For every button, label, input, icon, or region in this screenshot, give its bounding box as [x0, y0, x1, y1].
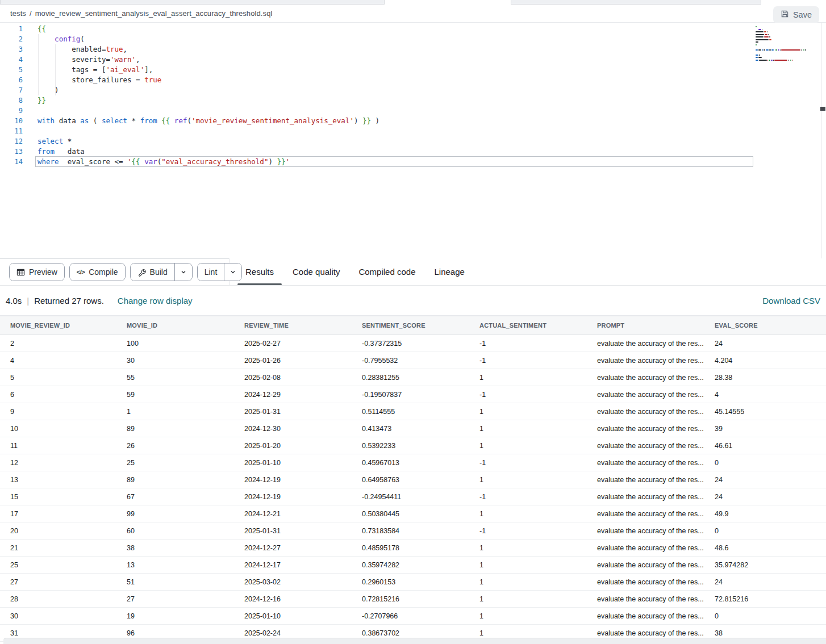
prompt-cell: evaluate the accuracy of the res... [587, 544, 704, 552]
editor-minimap[interactable] [756, 26, 812, 62]
table-cell: 59 [116, 391, 234, 399]
code-lines: {{ config( enabled=true, severity='warn'… [37, 24, 758, 167]
column-header-prompt: PROMPT [587, 322, 704, 329]
table-body: 21002025-02-27-0.37372315-1evaluate the … [0, 335, 826, 642]
prompt-preview-text: evaluate the accuracy of the res... [597, 442, 704, 450]
table-cell: 25 [0, 561, 116, 569]
line-number: 9 [0, 106, 23, 116]
table-cell: -1 [469, 493, 587, 501]
save-button-label: Save [793, 10, 812, 19]
returned-rows-message: Returned 27 rows. [34, 296, 104, 306]
prompt-cell: evaluate the accuracy of the res... [587, 408, 704, 416]
build-button[interactable]: Build [131, 264, 174, 281]
table-cell: 20 [0, 527, 116, 535]
query-status: 4.0s | Returned 27 rows. [6, 296, 104, 306]
compile-button[interactable]: </>Compile [70, 264, 125, 281]
table-row: 17992024-12-210.503804451evaluate the ac… [0, 505, 826, 522]
minimap-line [756, 44, 812, 45]
horizontal-scrollbar[interactable] [3, 638, 826, 644]
prompt-cell: evaluate the accuracy of the res... [587, 578, 704, 586]
table-cell: 0.38673702 [352, 629, 469, 637]
table-cell: 96 [116, 629, 234, 637]
table-cell: 67 [116, 493, 234, 501]
prompt-preview-text: evaluate the accuracy of the res... [597, 578, 704, 586]
table-cell: -0.37372315 [352, 340, 469, 348]
prompt-preview-text: evaluate the accuracy of the res... [597, 408, 704, 416]
minimap-line [756, 60, 812, 61]
tab-lineage[interactable]: Lineage [434, 258, 464, 285]
editor-scrollbar-track[interactable] [821, 23, 821, 258]
lint-button-group: Lint [197, 263, 243, 281]
prompt-cell: evaluate the accuracy of the res... [587, 510, 704, 518]
column-header-movie_review_id: MOVIE_REVIEW_ID [0, 322, 116, 329]
code-line-14: where eval_score <= '{{ var("eval_accura… [37, 157, 758, 167]
lint-button[interactable]: Lint [198, 264, 224, 281]
change-row-display-link[interactable]: Change row display [118, 296, 193, 306]
table-cell: 2024-12-19 [234, 476, 352, 484]
table-cell: 89 [116, 425, 234, 433]
minimap-line [756, 39, 812, 40]
line-number: 7 [0, 85, 23, 95]
line-number: 12 [0, 136, 23, 147]
build-dropdown-button[interactable] [174, 264, 192, 281]
code-line-13: from data [37, 147, 758, 157]
table-cell: 89 [116, 476, 234, 484]
column-header-review_time: REVIEW_TIME [234, 322, 352, 329]
prompt-preview-text: evaluate the accuracy of the res... [597, 544, 704, 552]
column-header-sentiment_score: SENTIMENT_SCORE [352, 322, 469, 329]
table-cell: -0.19507837 [352, 391, 469, 399]
preview-button[interactable]: Preview [10, 264, 64, 281]
table-cell: 49.9 [704, 510, 826, 518]
prompt-cell: evaluate the accuracy of the res... [587, 476, 704, 484]
column-header-eval_score: EVAL_SCORE [704, 322, 826, 329]
result-tabs: ResultsCode qualityCompiled codeLineage [245, 258, 465, 285]
compile-button-label: Compile [89, 267, 118, 277]
table-cell: -1 [469, 527, 587, 535]
prompt-cell: evaluate the accuracy of the res... [587, 459, 704, 467]
table-cell: 45.14555 [704, 408, 826, 416]
chevron-down-icon [230, 269, 236, 275]
build-button-label: Build [150, 267, 168, 277]
minimap-line [756, 52, 812, 53]
chevron-down-icon [180, 269, 187, 275]
tab-compiled-code[interactable]: Compiled code [358, 258, 415, 285]
line-number: 14 [0, 157, 23, 167]
page-root: tests / movie_review_sentiment_analysis_… [0, 0, 826, 644]
lint-dropdown-button[interactable] [224, 264, 241, 281]
table-cell: 1 [469, 425, 587, 433]
table-cell: 1 [469, 561, 587, 569]
table-cell: 2025-01-10 [234, 612, 352, 620]
editor-tab-strip[interactable] [0, 0, 826, 5]
editor-tab-partial[interactable] [511, 0, 761, 5]
header-bar: tests / movie_review_sentiment_analysis_… [0, 5, 826, 23]
table-cell: 0 [704, 459, 826, 467]
prompt-preview-text: evaluate the accuracy of the res... [597, 595, 704, 603]
line-number: 1 [0, 24, 23, 34]
tab-results[interactable]: Results [245, 258, 274, 285]
table-cell: 60 [116, 527, 234, 535]
line-number: 2 [0, 34, 23, 44]
breadcrumb-root: tests [10, 9, 26, 18]
prompt-preview-text: evaluate the accuracy of the res... [597, 459, 704, 467]
table-row: 12252025-01-100.45967013-1evaluate the a… [0, 454, 826, 471]
table-cell: 31 [0, 629, 116, 637]
editor-scrollbar-thumb[interactable] [820, 107, 825, 111]
table-row: 15672024-12-19-0.24954411-1evaluate the … [0, 488, 826, 505]
code-line-10: with data as ( select * from {{ ref('mov… [37, 116, 758, 126]
preview-button-group: Preview [9, 263, 65, 281]
table-cell: 15 [0, 493, 116, 501]
minimap-line [756, 41, 812, 43]
tab-code-quality[interactable]: Code quality [293, 258, 340, 285]
minimap-line [756, 31, 812, 32]
prompt-cell: evaluate the accuracy of the res... [587, 612, 704, 620]
table-cell: 0.5114555 [352, 408, 469, 416]
code-line-11 [37, 126, 758, 136]
breadcrumb-file: movie_review_sentiment_analysis_eval_ass… [35, 9, 273, 18]
table-cell: 1 [469, 629, 587, 637]
save-button[interactable]: Save [773, 6, 819, 23]
editor-tab-partial[interactable] [0, 0, 385, 5]
status-separator: | [27, 296, 29, 306]
sql-code-editor[interactable]: 1234567891011121314 {{ config( enabled=t… [0, 23, 826, 258]
code-line-12: select * [37, 136, 758, 147]
download-csv-link[interactable]: Download CSV [762, 296, 820, 306]
